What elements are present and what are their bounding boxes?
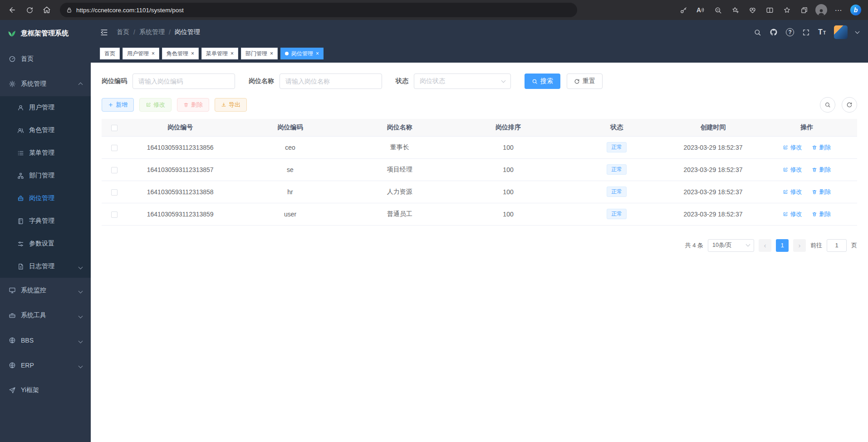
column-header: 创建时间 bbox=[701, 123, 726, 131]
sidebar-item-monitor[interactable]: 系统监控 bbox=[0, 278, 91, 303]
breadcrumb-system[interactable]: 系统管理 bbox=[139, 28, 165, 36]
page-size-value: 10条/页 bbox=[712, 241, 731, 249]
page-size-select[interactable]: 10条/页 bbox=[708, 239, 754, 252]
delete-button[interactable]: 删除 bbox=[177, 98, 209, 112]
favorites-bar-icon[interactable] bbox=[779, 3, 794, 17]
browser-essentials-icon[interactable] bbox=[745, 3, 760, 17]
sidebar-item-departments[interactable]: 部门管理 bbox=[0, 164, 91, 187]
tab-department-management[interactable]: 部门管理 × bbox=[241, 48, 278, 59]
password-key-icon[interactable] bbox=[676, 3, 691, 17]
prev-page-button[interactable]: ‹ bbox=[759, 239, 771, 252]
breadcrumb-home[interactable]: 首页 bbox=[117, 28, 129, 36]
tab-role-management[interactable]: 角色管理 × bbox=[162, 48, 199, 59]
tab-user-management[interactable]: 用户管理 × bbox=[123, 48, 159, 59]
post-code-input[interactable] bbox=[132, 74, 235, 89]
row-edit-link[interactable]: 修改 bbox=[783, 188, 802, 196]
sidebar-item-erp[interactable]: ERP bbox=[0, 353, 91, 378]
column-header: 岗位名称 bbox=[387, 123, 412, 131]
row-delete-link[interactable]: 删除 bbox=[812, 143, 831, 152]
select-all-checkbox[interactable] bbox=[111, 125, 118, 131]
chevron-down-icon bbox=[746, 242, 750, 247]
split-screen-icon[interactable] bbox=[762, 3, 777, 17]
refresh-icon[interactable] bbox=[22, 3, 37, 17]
breadcrumb-current: 岗位管理 bbox=[175, 28, 200, 36]
row-delete-link[interactable]: 删除 bbox=[812, 166, 831, 174]
row-delete-link[interactable]: 删除 bbox=[812, 188, 831, 196]
zoom-icon[interactable] bbox=[710, 3, 726, 17]
goto-label: 前往 bbox=[810, 241, 822, 250]
sidebar-item-users[interactable]: 用户管理 bbox=[0, 96, 91, 119]
close-icon[interactable]: × bbox=[316, 51, 319, 56]
post-name-input[interactable] bbox=[280, 74, 382, 89]
user-avatar[interactable] bbox=[834, 25, 848, 39]
row-edit-link[interactable]: 修改 bbox=[783, 210, 802, 218]
collections-icon[interactable] bbox=[796, 3, 812, 17]
status-select[interactable]: 岗位状态 bbox=[414, 74, 511, 89]
table-header-row: 岗位编号 岗位编码 岗位名称 岗位排序 状态 创建时间 操作 bbox=[102, 119, 857, 136]
browser-settings-icon[interactable]: ⋯ bbox=[831, 3, 846, 17]
favorites-add-icon[interactable] bbox=[727, 3, 743, 17]
browser-profile-avatar[interactable] bbox=[814, 3, 829, 17]
sidebar-item-home[interactable]: 首页 bbox=[0, 46, 91, 71]
row-checkbox[interactable] bbox=[111, 167, 118, 173]
close-icon[interactable]: × bbox=[152, 51, 155, 56]
refresh-table-icon[interactable] bbox=[842, 97, 857, 113]
fullscreen-icon[interactable] bbox=[802, 29, 810, 36]
sidebar-item-roles[interactable]: 角色管理 bbox=[0, 119, 91, 142]
close-icon[interactable]: × bbox=[191, 51, 194, 56]
sidebar-item-posts[interactable]: 岗位管理 bbox=[0, 187, 91, 210]
row-edit-link[interactable]: 修改 bbox=[783, 166, 802, 174]
sidebar-item-bbs[interactable]: BBS bbox=[0, 328, 91, 353]
back-icon[interactable] bbox=[5, 3, 20, 17]
tab-menu-management[interactable]: 菜单管理 × bbox=[201, 48, 238, 59]
close-icon[interactable]: × bbox=[270, 51, 273, 56]
column-header: 岗位排序 bbox=[495, 123, 521, 131]
tab-post-management[interactable]: 岗位管理 × bbox=[280, 48, 324, 59]
globe-icon bbox=[9, 337, 16, 344]
row-checkbox[interactable] bbox=[111, 189, 118, 196]
column-header: 操作 bbox=[800, 123, 813, 131]
font-size-icon[interactable]: TT bbox=[818, 28, 826, 36]
search-button[interactable]: 搜索 bbox=[525, 74, 560, 89]
sidebar-item-system[interactable]: 系统管理 bbox=[0, 71, 91, 96]
main-area: 首页 / 系统管理 / 岗位管理 ? T bbox=[91, 20, 868, 442]
bing-copilot-icon[interactable]: b bbox=[848, 3, 863, 17]
avatar-caret-icon[interactable] bbox=[855, 29, 860, 34]
export-button[interactable]: 导出 bbox=[215, 98, 247, 112]
sidebar-item-dictionary[interactable]: 字典管理 bbox=[0, 210, 91, 232]
read-aloud-icon[interactable]: A bbox=[693, 3, 708, 17]
column-header: 岗位编码 bbox=[277, 123, 303, 131]
github-icon[interactable] bbox=[770, 28, 778, 36]
row-edit-link[interactable]: 修改 bbox=[783, 143, 802, 152]
tab-label: 用户管理 bbox=[127, 50, 149, 58]
sidebar-item-tools[interactable]: 系统工具 bbox=[0, 303, 91, 328]
post-code: hr bbox=[287, 188, 293, 196]
chevron-down-icon bbox=[78, 314, 83, 318]
app-title: 意框架管理系统 bbox=[21, 29, 69, 38]
toggle-search-icon[interactable] bbox=[820, 97, 835, 113]
sidebar-item-menus[interactable]: 菜单管理 bbox=[0, 142, 91, 164]
tab-home[interactable]: 首页 bbox=[100, 48, 120, 59]
add-button[interactable]: 新增 bbox=[102, 98, 134, 112]
row-checkbox[interactable] bbox=[111, 145, 118, 151]
row-checkbox[interactable] bbox=[111, 211, 118, 218]
created-time: 2023-03-29 18:52:37 bbox=[684, 166, 743, 173]
home-icon[interactable] bbox=[39, 3, 54, 17]
sidebar-item-label: 系统工具 bbox=[21, 311, 46, 319]
sidebar-item-yi-framework[interactable]: Yi框架 bbox=[0, 378, 91, 403]
row-delete-link[interactable]: 删除 bbox=[812, 210, 831, 218]
sidebar-item-parameters[interactable]: 参数设置 bbox=[0, 232, 91, 255]
help-icon[interactable]: ? bbox=[786, 28, 794, 36]
edit-button[interactable]: 修改 bbox=[139, 98, 172, 112]
table-toolbar: 新增 修改 删除 导出 bbox=[102, 97, 857, 113]
page-number-button[interactable]: 1 bbox=[776, 239, 789, 252]
close-icon[interactable]: × bbox=[230, 51, 234, 56]
sidebar-item-logs[interactable]: 日志管理 bbox=[0, 255, 91, 278]
search-icon[interactable] bbox=[754, 29, 761, 36]
reset-button[interactable]: 重置 bbox=[567, 74, 603, 89]
sidebar-fold-icon[interactable] bbox=[100, 28, 108, 37]
address-bar[interactable]: https://ccnetcore.com:1101/system/post bbox=[60, 3, 577, 17]
goto-page-input[interactable] bbox=[827, 239, 847, 252]
next-page-button[interactable]: › bbox=[793, 239, 806, 252]
status-select-placeholder: 岗位状态 bbox=[420, 77, 445, 85]
